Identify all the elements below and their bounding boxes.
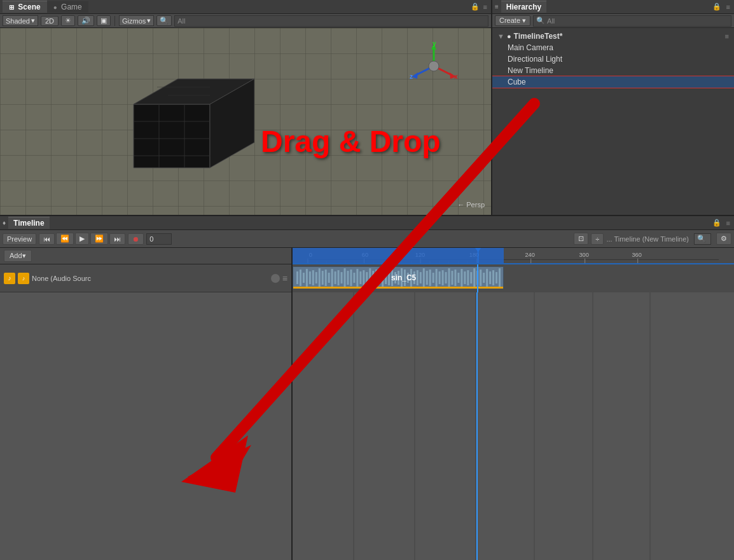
golden-progress-bar bbox=[293, 287, 503, 289]
svg-rect-69 bbox=[344, 268, 346, 287]
root-menu-icon: ≡ bbox=[725, 32, 729, 40]
svg-rect-57 bbox=[306, 269, 308, 287]
svg-rect-108 bbox=[467, 270, 469, 285]
svg-rect-117 bbox=[495, 272, 497, 283]
svg-rect-65 bbox=[331, 269, 333, 287]
svg-text:300: 300 bbox=[579, 252, 588, 258]
hierarchy-item-light[interactable]: Directional Light bbox=[492, 53, 734, 65]
image-icon[interactable]: ▣ bbox=[97, 15, 111, 26]
svg-rect-115 bbox=[489, 271, 491, 284]
scene-lock-icon[interactable]: 🔒 bbox=[469, 2, 481, 11]
svg-rect-118 bbox=[499, 268, 501, 287]
svg-text:360: 360 bbox=[632, 252, 641, 258]
cube-3d bbox=[114, 53, 254, 181]
transport-controls: ⏮ ⏪ ▶ ⏩ ⏭ bbox=[39, 233, 125, 245]
remaining-track-area bbox=[293, 292, 734, 560]
hierarchy-item-cube[interactable]: Cube bbox=[492, 76, 734, 88]
hierarchy-search-placeholder: All bbox=[547, 17, 555, 25]
timeline-options-button[interactable]: ÷ bbox=[591, 233, 604, 245]
timeline-tab[interactable]: Timeline bbox=[8, 217, 49, 229]
svg-rect-71 bbox=[350, 270, 352, 286]
timeline-toolbar: Preview ⏮ ⏪ ▶ ⏩ ⏭ ⏺ ⊡ ÷ ... Timeline (Ne… bbox=[0, 230, 734, 248]
timeline-lock-icon[interactable]: 🔒 bbox=[711, 218, 723, 228]
svg-rect-72 bbox=[353, 273, 355, 283]
svg-rect-55 bbox=[300, 270, 301, 286]
svg-rect-74 bbox=[359, 271, 361, 284]
svg-rect-103 bbox=[451, 271, 453, 285]
gizmos-arrow-icon: ▾ bbox=[147, 17, 151, 25]
expand-arrow-icon: ▼ bbox=[497, 32, 504, 40]
svg-rect-68 bbox=[341, 272, 343, 283]
track-menu-button[interactable]: ≡ bbox=[282, 273, 287, 283]
track-audio-icon-orange: ♪ bbox=[4, 273, 15, 284]
hierarchy-lock-icon[interactable]: 🔒 bbox=[711, 2, 723, 11]
svg-rect-113 bbox=[483, 273, 485, 283]
hierarchy-item-root[interactable]: ▼ ● TimelineTest* ≡ bbox=[492, 31, 734, 42]
create-button[interactable]: Create ▾ bbox=[495, 15, 530, 26]
2d-toggle[interactable]: 2D bbox=[41, 16, 59, 26]
svg-rect-56 bbox=[303, 273, 305, 283]
hierarchy-tab-icon: ≡ bbox=[495, 3, 499, 10]
step-forward-button[interactable]: ⏩ bbox=[90, 233, 108, 245]
game-tab[interactable]: ● Game bbox=[47, 1, 88, 13]
lighting-icon[interactable]: ☀ bbox=[61, 15, 75, 26]
track-mute-icon[interactable]: ♪ bbox=[18, 273, 29, 284]
track-icon-symbol: ♪ bbox=[8, 275, 11, 282]
timeline-playhead[interactable] bbox=[477, 264, 478, 292]
toolbar-separator-1 bbox=[114, 16, 115, 26]
search-icon-scene[interactable]: 🔍 bbox=[156, 15, 172, 26]
svg-rect-105 bbox=[457, 273, 459, 283]
svg-rect-114 bbox=[486, 269, 488, 287]
svg-rect-76 bbox=[366, 272, 368, 283]
scene-search-box[interactable]: All bbox=[174, 15, 488, 27]
timeline-menu-icon[interactable]: ≡ bbox=[725, 219, 731, 228]
timeline-settings-button[interactable]: ⚙ bbox=[716, 233, 731, 245]
svg-text:z: z bbox=[410, 73, 413, 80]
shaded-dropdown[interactable]: Shaded ▾ bbox=[3, 15, 38, 26]
hierarchy-search-icon: 🔍 bbox=[536, 17, 545, 25]
svg-rect-63 bbox=[325, 270, 327, 286]
time-input[interactable] bbox=[146, 233, 172, 245]
svg-rect-97 bbox=[433, 273, 434, 283]
svg-rect-116 bbox=[492, 270, 494, 285]
svg-rect-58 bbox=[309, 271, 311, 284]
add-track-button[interactable]: Add▾ bbox=[4, 250, 32, 262]
hierarchy-tab[interactable]: Hierarchy bbox=[501, 1, 546, 13]
timeline-tracks-left: Add▾ ♪ ♪ None (Audio Sourc ≡ bbox=[0, 248, 293, 560]
dropdown-arrow-icon: ▾ bbox=[31, 17, 35, 25]
hierarchy-item-camera[interactable]: Main Camera bbox=[492, 42, 734, 53]
svg-rect-110 bbox=[473, 268, 475, 287]
scene-tab-bar: ⊞ Scene ● Game 🔒 ≡ bbox=[0, 0, 491, 14]
audio-icon[interactable]: 🔊 bbox=[78, 15, 94, 26]
hierarchy-menu-icon[interactable]: ≡ bbox=[725, 3, 731, 11]
svg-rect-101 bbox=[445, 272, 447, 283]
collapse-tracks-button[interactable]: ⊡ bbox=[574, 233, 588, 245]
track-name-label: None (Audio Sourc bbox=[32, 275, 268, 282]
track-record-button[interactable] bbox=[271, 274, 280, 283]
preview-button[interactable]: Preview bbox=[3, 233, 36, 245]
svg-text:sin_C5: sin_C5 bbox=[391, 273, 416, 282]
play-button[interactable]: ▶ bbox=[75, 233, 89, 245]
skip-to-end-button[interactable]: ⏭ bbox=[109, 233, 125, 245]
step-back-button[interactable]: ⏪ bbox=[56, 233, 74, 245]
svg-rect-100 bbox=[442, 270, 444, 285]
svg-rect-83 bbox=[388, 270, 390, 285]
hierarchy-panel: ≡ Hierarchy 🔒 ≡ Create ▾ 🔍 All ▼ ● Timel… bbox=[492, 0, 734, 215]
svg-text:y: y bbox=[433, 41, 436, 47]
hierarchy-item-timeline[interactable]: New Timeline bbox=[492, 65, 734, 76]
hierarchy-content: ▼ ● TimelineTest* ≡ Main Camera Directio… bbox=[492, 28, 734, 215]
gizmos-dropdown[interactable]: Gizmos ▾ bbox=[119, 15, 154, 26]
record-button[interactable]: ⏺ bbox=[128, 233, 144, 245]
hierarchy-tab-bar: ≡ Hierarchy 🔒 ≡ bbox=[492, 0, 734, 14]
persp-label: ← Persp bbox=[457, 201, 485, 208]
scene-panel: ⊞ Scene ● Game 🔒 ≡ Shaded ▾ 2D ☀ 🔊 ▣ bbox=[0, 0, 492, 215]
svg-rect-104 bbox=[454, 270, 456, 286]
audio-clip[interactable]: sin_C5 bbox=[293, 266, 504, 289]
svg-rect-92 bbox=[417, 270, 419, 285]
scene-toolbar: Shaded ▾ 2D ☀ 🔊 ▣ Gizmos ▾ 🔍 All bbox=[0, 14, 491, 28]
skip-to-start-button[interactable]: ⏮ bbox=[39, 233, 55, 245]
timeline-name-display: ... Timeline (New Timeline) bbox=[606, 235, 689, 243]
svg-rect-96 bbox=[429, 270, 431, 286]
scene-tab[interactable]: ⊞ Scene bbox=[3, 1, 47, 13]
scene-menu-icon[interactable]: ≡ bbox=[482, 3, 488, 11]
